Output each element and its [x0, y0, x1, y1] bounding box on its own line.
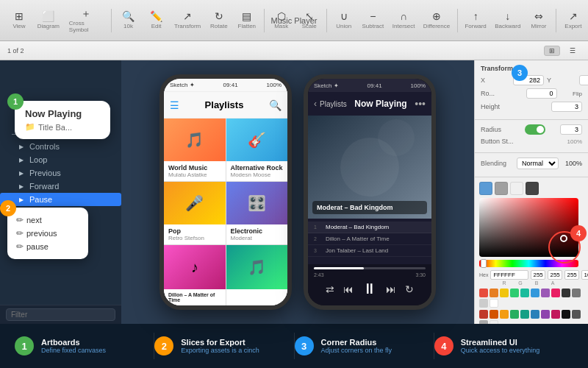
toolbar-rotate-btn[interactable]: ↻ Rotate: [206, 9, 232, 32]
toolbar-edit-btn[interactable]: ✏️ Edit: [143, 9, 170, 32]
toolbar-cross-btn[interactable]: ＋ Cross Symbol: [65, 6, 107, 35]
hex-input[interactable]: [490, 270, 528, 280]
toolbar-backward-btn[interactable]: ↓ Backward: [492, 9, 524, 32]
palette-teal[interactable]: [520, 289, 529, 297]
palette-purple[interactable]: [541, 289, 550, 297]
playlist-pop[interactable]: 🎤 Pop Retro Stefson: [164, 182, 226, 244]
palette-medgray[interactable]: [479, 320, 488, 324]
track-overlay: Moderat – Bad Kingdom: [312, 201, 427, 214]
playlist-world-music[interactable]: 🎵 World Music Mulatu Astatke: [164, 118, 226, 181]
swatch-white[interactable]: [510, 182, 523, 195]
palette-gray[interactable]: [572, 289, 581, 297]
arrow-icon: ▶: [19, 144, 24, 150]
palette-dark-green[interactable]: [510, 310, 519, 319]
shuffle-btn[interactable]: ⇄: [326, 283, 334, 295]
track-row-2[interactable]: 2 Dillon – A Matter of Time: [308, 233, 431, 245]
height-input[interactable]: [551, 102, 582, 112]
g-input[interactable]: [548, 270, 562, 280]
palette-yellow[interactable]: [500, 289, 509, 297]
toolbar2-grid-btn[interactable]: ⊞: [544, 46, 560, 56]
toolbar-mirror-btn[interactable]: ⇔ Mirror: [526, 9, 552, 32]
toolbar-subtract-btn[interactable]: − Subtract: [359, 9, 387, 32]
radius-label: Radius: [481, 126, 510, 133]
secondary-toolbar: 1 of 2 ⊞ ☰: [0, 41, 588, 60]
feature-1-title: Artboards: [41, 338, 106, 347]
toolbar-zoom-btn[interactable]: 🔍 10k: [115, 9, 142, 32]
play-pause-btn[interactable]: ⏸: [362, 280, 377, 297]
palette-white[interactable]: [490, 299, 498, 308]
toolbar-intersect-btn[interactable]: ∩ Intersect: [389, 9, 418, 32]
palette-dark-purple[interactable]: [541, 310, 550, 319]
palette-dark-blue[interactable]: [531, 310, 539, 319]
toolbar2-list-btn[interactable]: ☰: [564, 46, 581, 56]
prev-btn[interactable]: ⏮: [343, 283, 354, 295]
swatch-blue[interactable]: [479, 182, 492, 195]
track-row-3[interactable]: 3 Jon Talaber – Last Land: [308, 245, 431, 257]
search-icon[interactable]: 🔍: [269, 99, 282, 111]
progress-bar[interactable]: [314, 267, 426, 269]
badge-4: 4: [570, 225, 587, 241]
palette-green[interactable]: [510, 289, 519, 297]
radius-input[interactable]: [560, 124, 582, 135]
a-input[interactable]: [581, 270, 588, 280]
sidebar-item-pause[interactable]: ▶ Pause: [0, 193, 121, 206]
swatch-dark[interactable]: [526, 182, 539, 195]
phone2-status: Sketch ✦ 09:41 100%: [308, 79, 431, 92]
hamburger-icon[interactable]: ☰: [170, 99, 179, 111]
player-controls: 2:43 3:30 ⇄ ⏮ ⏸ ⏭ ↻: [308, 264, 431, 305]
feature-4-title: Streamlined UI: [461, 338, 540, 347]
blending-select[interactable]: Normal Multiply Screen: [517, 158, 559, 169]
swatch-gray[interactable]: [495, 182, 508, 195]
palette-lightgray[interactable]: [479, 299, 488, 308]
next-btn[interactable]: ⏭: [386, 283, 396, 295]
palette-offwhite[interactable]: [490, 320, 498, 324]
palette-blue[interactable]: [531, 289, 539, 297]
main-toolbar: Music Player ⊞ View ⬜ Diagram ＋ Cross Sy…: [0, 0, 588, 41]
palette-black[interactable]: [562, 310, 570, 319]
radius-toggle[interactable]: [525, 124, 545, 135]
sidebar-item-loop[interactable]: ▶ Loop: [0, 153, 121, 166]
toolbar-export-btn[interactable]: ↗ Export: [560, 9, 587, 32]
filter-input[interactable]: [6, 308, 115, 321]
playlist-6[interactable]: 🎵: [226, 245, 288, 305]
playlist-dillon[interactable]: ♪ Dillon – A Matter of Time: [164, 245, 226, 305]
sidebar-item-previous[interactable]: ▶ Previous: [0, 166, 121, 180]
palette-orange[interactable]: [490, 289, 498, 297]
script-pause: ✏ pause: [16, 240, 79, 253]
palette-red[interactable]: [479, 289, 488, 297]
palette-midgray[interactable]: [572, 310, 581, 319]
repeat-btn[interactable]: ↻: [405, 283, 414, 295]
callout-scripts: 2 ✏ next ✏ previous ✏ pause: [7, 208, 88, 259]
toolbar-transform-btn[interactable]: ↗ Transform: [171, 9, 204, 32]
toolbar-flatten-btn[interactable]: ▤ Flatten: [234, 9, 260, 32]
rotate-input[interactable]: [526, 88, 557, 99]
arrow-icon4: ▶: [19, 183, 24, 190]
sidebar-item-controls[interactable]: ▶ Controls: [0, 140, 121, 153]
track-row-1[interactable]: 1 Moderat – Bad Kingdom: [308, 222, 431, 233]
palette-dark-teal[interactable]: [520, 310, 529, 319]
toolbar-diagram-btn[interactable]: ⬜ Diagram: [34, 9, 63, 32]
palette-dark-yellow[interactable]: [500, 310, 509, 319]
palette-dark-red[interactable]: [479, 310, 488, 319]
palette-dark-orange[interactable]: [490, 310, 498, 319]
toolbar-difference-btn[interactable]: ⊕ Difference: [420, 9, 453, 32]
back-arrow-icon[interactable]: ‹: [314, 99, 317, 109]
palette-dark-pink[interactable]: [551, 310, 560, 319]
playlist-electronic[interactable]: 🎛️ Electronic Moderat: [226, 182, 288, 244]
callout1-title: Now Playing: [25, 108, 100, 119]
sidebar-item-forward[interactable]: ▶ Forward: [0, 180, 121, 193]
palette-dark[interactable]: [562, 289, 570, 297]
playlist-artist-1: Mulatu Astatke: [168, 171, 221, 178]
feature-4-subtitle: Quick access to everything: [461, 347, 540, 354]
palette-pink[interactable]: [551, 289, 560, 297]
y-input[interactable]: [579, 75, 588, 85]
r-input[interactable]: [531, 270, 545, 280]
toolbar-forward-btn[interactable]: ↑ Forward: [462, 9, 490, 32]
b-input[interactable]: [564, 270, 579, 280]
more-icon[interactable]: •••: [415, 98, 426, 110]
toolbar-view-btn[interactable]: ⊞ View: [6, 9, 32, 32]
badge-3: 3: [512, 65, 528, 81]
playlist-alt-rock[interactable]: 🎸 Alternative Rock Modesn Moose: [226, 118, 288, 181]
edit-icon: ✏️: [150, 11, 162, 21]
toolbar-union-btn[interactable]: ∪ Union: [331, 9, 357, 32]
